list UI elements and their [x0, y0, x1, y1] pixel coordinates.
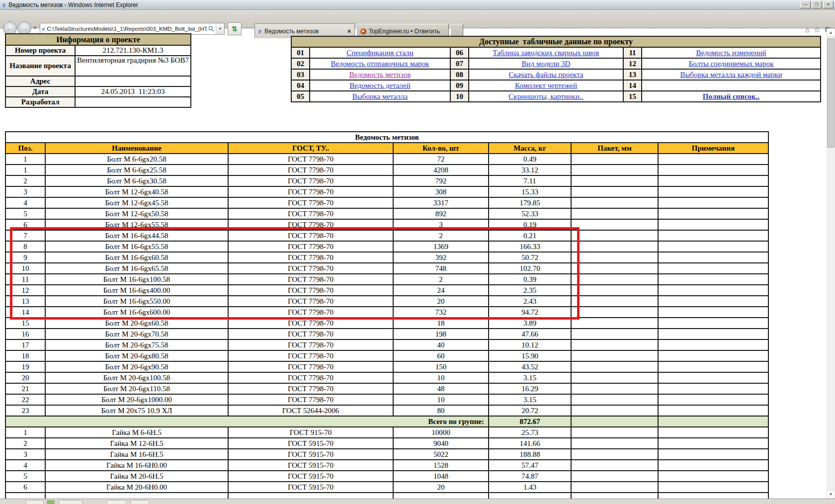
- bolt-cell: 13: [5, 296, 45, 307]
- links-table-row: 03Ведомость метизов08Скачать файлы проек…: [291, 69, 821, 80]
- bolt-column-header: Кол-во, шт: [393, 143, 489, 154]
- bolt-cell: [571, 427, 658, 438]
- bolt-cell: 198: [393, 329, 489, 339]
- bolt-column-header: Примечания: [658, 143, 768, 154]
- bolt-cell: [571, 197, 658, 208]
- address-text[interactable]: C:\TeklaStructuresModels\1_1\Reports\003…: [47, 26, 207, 32]
- bolt-cell: 52.33: [489, 208, 571, 219]
- doc-link[interactable]: Ведомость изменений: [696, 49, 766, 57]
- bolt-cell: Болт М 20х75 10.9 ХЛ: [45, 405, 228, 416]
- scroll-down-icon[interactable]: ▼: [827, 490, 835, 499]
- bolt-cell: [571, 175, 658, 186]
- taskbar-button-fragment[interactable]: [59, 500, 83, 504]
- doc-link[interactable]: Выборка металла: [352, 92, 408, 100]
- bolt-cell: [571, 416, 658, 427]
- doc-link[interactable]: Ведомость метизов: [349, 71, 411, 79]
- bolt-cell: 0.49: [489, 154, 571, 165]
- bolt-cell: ГОСТ 7798-70: [228, 175, 393, 186]
- bolt-table: Ведомость метизов Поз.НаименованиеГОСТ, …: [5, 131, 769, 504]
- vertical-scrollbar[interactable]: ▲ ▼: [827, 28, 835, 499]
- scroll-up-icon[interactable]: ▲: [827, 28, 835, 37]
- minimize-button[interactable]: —: [800, 1, 811, 8]
- doc-link[interactable]: Комплект чертежей: [515, 82, 577, 89]
- favorites-star-icon[interactable]: ☆: [814, 25, 820, 34]
- bolt-cell: 3317: [393, 197, 489, 208]
- link-number: 15: [623, 91, 642, 102]
- bolt-cell: 10.12: [489, 339, 571, 350]
- doc-link[interactable]: Таблица заводских сварных швов: [493, 49, 599, 57]
- bolt-cell: Болт М 20-6gx1000.00: [45, 394, 228, 405]
- doc-link[interactable]: Скачать файлы проекта: [508, 71, 583, 79]
- bolt-cell: Болт М 20-6gx80.58: [45, 350, 228, 361]
- doc-link[interactable]: Болты соединяемых марок: [689, 60, 774, 68]
- tab-label: Ведомость метизов: [264, 28, 344, 35]
- scrollbar-thumb[interactable]: [827, 38, 835, 148]
- bolt-cell: 22: [5, 394, 45, 405]
- bolt-cell: [658, 449, 768, 460]
- bolt-cell: 40: [393, 339, 489, 350]
- bolt-cell: [571, 372, 658, 383]
- taskbar-button-fragment[interactable]: [47, 500, 55, 504]
- bolt-cell: ГОСТ 7798-70: [228, 186, 393, 197]
- bolt-cell: 3: [5, 449, 45, 460]
- maximize-button[interactable]: □: [812, 1, 822, 8]
- doc-link[interactable]: Скриншоты, картинки..: [508, 92, 583, 100]
- bolt-cell: Гайка М 16-6Н0.00: [45, 460, 228, 471]
- refresh-button[interactable]: ⇅: [228, 22, 242, 35]
- bolt-cell: [571, 296, 658, 307]
- bolt-cell: ГОСТ 7798-70: [228, 350, 393, 361]
- bolt-cell: [658, 230, 768, 241]
- taskbar-button-fragment[interactable]: [130, 500, 149, 504]
- bolt-cell: Болт М 16-6gx600.00: [45, 307, 228, 318]
- bolt-cell: 5: [5, 471, 45, 482]
- doc-link[interactable]: Ведомость отправочных марок: [331, 60, 429, 68]
- taskbar-button-fragment[interactable]: [26, 500, 44, 504]
- project-field-value: 212.721.130-КМ1.3: [75, 45, 191, 56]
- address-dropdown-button[interactable]: ▼: [216, 23, 224, 34]
- group-total-label: Всего по группе:: [5, 416, 489, 427]
- bolt-cell: ГОСТ 7798-70: [228, 230, 393, 241]
- bolt-cell: [658, 471, 768, 482]
- project-info-table: Информация о проекте Номер проекта 212.7…: [5, 33, 191, 108]
- bolt-table-row: 4Болт М 12-6gx45.58ГОСТ 7798-703317179.8…: [5, 197, 768, 208]
- search-icon[interactable]: [208, 25, 215, 33]
- link-cell: Ведомость изменений: [642, 47, 821, 58]
- taskbar-button-fragment[interactable]: [106, 500, 126, 504]
- bolt-cell: 33.12: [489, 165, 571, 175]
- bolt-cell: ГОСТ 5915-70: [228, 438, 393, 449]
- link-cell: Ведомость метизов: [310, 69, 450, 80]
- home-icon[interactable]: ⌂: [805, 25, 810, 34]
- doc-link[interactable]: Спецификация стали: [346, 49, 414, 57]
- history-dropdown-icon[interactable]: ▼: [33, 25, 37, 30]
- link-cell: Ведомость отправочных марок: [310, 58, 450, 69]
- project-field-label: Название проекта: [5, 56, 75, 76]
- tab-close-icon[interactable]: ×: [347, 28, 351, 35]
- bolt-cell: [658, 361, 768, 372]
- doc-link[interactable]: Вид модели 3D: [522, 60, 571, 68]
- link-number: 08: [450, 69, 469, 80]
- bolt-cell: 25.73: [489, 427, 571, 438]
- link-cell: Скачать файлы проекта: [469, 69, 623, 80]
- doc-link[interactable]: Выборка металла каждой марки: [680, 71, 782, 79]
- close-button[interactable]: ×: [823, 1, 834, 8]
- bolt-cell: 18: [393, 318, 489, 329]
- doc-link[interactable]: Полный список..: [703, 92, 759, 100]
- link-cell: Спецификация стали: [310, 47, 450, 58]
- bolt-table-row: 10Болт М 16-6gx65.58ГОСТ 7798-70748102.7…: [5, 263, 768, 274]
- project-field-label: Разработал: [5, 97, 75, 107]
- bolt-table-row: 1Болт М 6-6gx25.58ГОСТ 7798-70420833.12: [5, 165, 768, 175]
- link-cell: Таблица заводских сварных швов: [469, 47, 623, 58]
- doc-link[interactable]: Ведомость деталей: [349, 82, 410, 89]
- bolt-cell: 14: [5, 307, 45, 318]
- bolt-cell: 7: [5, 230, 45, 241]
- bolt-cell: 0.19: [489, 219, 571, 230]
- bolt-cell: ГОСТ 7798-70: [228, 329, 393, 339]
- bolt-cell: Болт М 16-6gx60.58: [45, 252, 228, 263]
- project-field-value: [75, 76, 191, 86]
- bolt-cell: [658, 175, 768, 186]
- bolt-cell: [658, 394, 768, 405]
- bolt-table-row: 3Гайка М 16-6Н.5ГОСТ 5915-705022188.88: [5, 449, 768, 460]
- bolt-cell: [571, 394, 658, 405]
- bolt-cell: 72: [393, 154, 489, 165]
- link-cell: Выборка металла каждой марки: [642, 69, 821, 80]
